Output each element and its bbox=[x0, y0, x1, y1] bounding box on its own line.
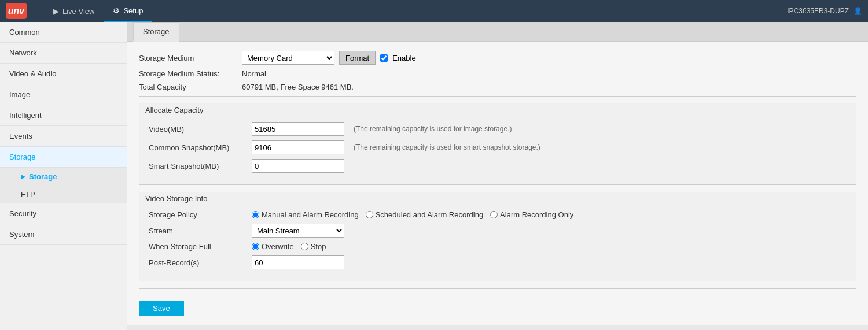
sidebar-item-image[interactable]: Image bbox=[0, 84, 127, 105]
sidebar-item-events[interactable]: Events bbox=[0, 126, 127, 147]
main-layout: Common Network Video & Audio Image Intel… bbox=[0, 22, 868, 330]
format-button[interactable]: Format bbox=[339, 51, 376, 65]
sidebar: Common Network Video & Audio Image Intel… bbox=[0, 22, 127, 330]
when-full-radio-group: Overwrite Stop bbox=[252, 242, 326, 251]
stream-select[interactable]: Main Stream Sub Stream bbox=[252, 224, 344, 238]
policy-manual-label: Manual and Alarm Recording bbox=[252, 210, 359, 219]
stream-row: Stream Main Stream Sub Stream bbox=[149, 224, 847, 238]
sidebar-sub-item-ftp[interactable]: FTP bbox=[0, 186, 127, 203]
video-mb-hint: (The remaining capacity is used for imag… bbox=[354, 125, 512, 133]
storage-policy-radio-group: Manual and Alarm Recording Scheduled and… bbox=[252, 210, 573, 219]
sidebar-sub-section: ▶ Storage FTP bbox=[0, 168, 127, 203]
header-right: IPC3635ER3-DUPZ 👤 bbox=[787, 7, 862, 15]
video-storage-section-title: Video Storage Info bbox=[139, 192, 856, 205]
gear-icon: ⚙ bbox=[113, 6, 120, 15]
status-row: Storage Medium Status: Normal bbox=[139, 69, 856, 78]
status-value: Normal bbox=[242, 69, 266, 78]
header: unv ▶ Live View ⚙ Setup IPC3635ER3-DUPZ … bbox=[0, 0, 868, 22]
stream-label: Stream bbox=[149, 227, 247, 235]
sidebar-item-system[interactable]: System bbox=[0, 224, 127, 245]
policy-alarm-label: Alarm Recording Only bbox=[490, 210, 573, 219]
logo: unv bbox=[6, 3, 27, 19]
common-snapshot-hint: (The remaining capacity is used for smar… bbox=[354, 143, 540, 151]
sidebar-item-security[interactable]: Security bbox=[0, 203, 127, 224]
enable-label: Enable bbox=[392, 54, 415, 62]
storage-medium-label: Storage Medium bbox=[139, 54, 237, 62]
device-name: IPC3635ER3-DUPZ bbox=[787, 7, 849, 15]
storage-medium-select[interactable]: Memory Card FTP NAS bbox=[242, 51, 334, 65]
full-stop-label: Stop bbox=[301, 242, 326, 251]
logo-icon: unv bbox=[6, 3, 27, 19]
policy-manual-radio[interactable] bbox=[252, 211, 259, 218]
enable-checkbox[interactable] bbox=[380, 54, 388, 62]
post-record-label: Post-Record(s) bbox=[149, 258, 247, 267]
sidebar-sub-item-storage[interactable]: ▶ Storage bbox=[0, 168, 127, 186]
capacity-label: Total Capacity bbox=[139, 83, 237, 91]
policy-scheduled-radio[interactable] bbox=[366, 211, 373, 218]
nav-live-view[interactable]: ▶ Live View bbox=[44, 0, 104, 22]
capacity-row: Total Capacity 60791 MB, Free Space 9461… bbox=[139, 83, 856, 91]
sidebar-item-network[interactable]: Network bbox=[0, 43, 127, 64]
when-full-label: When Storage Full bbox=[149, 242, 247, 251]
full-stop-radio[interactable] bbox=[301, 243, 308, 250]
sidebar-item-video-audio[interactable]: Video & Audio bbox=[0, 64, 127, 84]
tab-bar: Storage bbox=[127, 22, 868, 42]
allocate-section: Allocate Capacity Video(MB) (The remaini… bbox=[139, 103, 856, 185]
sidebar-item-intelligent[interactable]: Intelligent bbox=[0, 105, 127, 126]
when-full-row: When Storage Full Overwrite Stop bbox=[149, 242, 847, 251]
storage-medium-row: Storage Medium Memory Card FTP NAS Forma… bbox=[139, 51, 856, 65]
allocate-section-body: Video(MB) (The remaining capacity is use… bbox=[139, 117, 856, 184]
post-record-row: Post-Record(s) bbox=[149, 255, 847, 269]
monitor-icon: ▶ bbox=[53, 7, 59, 16]
content-area: Storage Storage Medium Memory Card FTP N… bbox=[127, 22, 868, 330]
tab-storage[interactable]: Storage bbox=[133, 22, 179, 42]
full-overwrite-radio[interactable] bbox=[252, 243, 259, 250]
sidebar-item-common[interactable]: Common bbox=[0, 22, 127, 43]
full-overwrite-label: Overwrite bbox=[252, 242, 294, 251]
nav-setup[interactable]: ⚙ Setup bbox=[104, 0, 152, 22]
divider-2 bbox=[139, 288, 856, 289]
post-record-input[interactable] bbox=[252, 255, 344, 269]
storage-policy-row: Storage Policy Manual and Alarm Recordin… bbox=[149, 210, 847, 219]
common-snapshot-input[interactable] bbox=[252, 140, 344, 154]
policy-scheduled-label: Scheduled and Alarm Recording bbox=[366, 210, 483, 219]
capacity-value: 60791 MB, Free Space 9461 MB. bbox=[242, 83, 354, 91]
sidebar-item-storage[interactable]: Storage bbox=[0, 147, 127, 168]
video-mb-label: Video(MB) bbox=[149, 125, 247, 134]
status-label: Storage Medium Status: bbox=[139, 69, 237, 78]
allocate-section-title: Allocate Capacity bbox=[139, 103, 856, 117]
divider-1 bbox=[139, 96, 856, 97]
common-snapshot-label: Common Snapshot(MB) bbox=[149, 143, 247, 152]
video-mb-row: Video(MB) (The remaining capacity is use… bbox=[149, 122, 847, 136]
smart-snapshot-row: Smart Snapshot(MB) bbox=[149, 159, 847, 173]
header-nav: ▶ Live View ⚙ Setup bbox=[44, 0, 152, 22]
arrow-icon: ▶ bbox=[21, 173, 25, 180]
video-storage-section: Video Storage Info Storage Policy Manual… bbox=[139, 192, 856, 281]
storage-policy-label: Storage Policy bbox=[149, 210, 247, 219]
video-storage-section-body: Storage Policy Manual and Alarm Recordin… bbox=[139, 206, 856, 281]
policy-alarm-radio[interactable] bbox=[490, 211, 498, 218]
user-icon: 👤 bbox=[854, 7, 862, 15]
video-mb-input[interactable] bbox=[252, 122, 344, 136]
smart-snapshot-input[interactable] bbox=[252, 159, 344, 173]
common-snapshot-row: Common Snapshot(MB) (The remaining capac… bbox=[149, 140, 847, 154]
save-button[interactable]: Save bbox=[139, 301, 184, 316]
form-area: Storage Medium Memory Card FTP NAS Forma… bbox=[127, 42, 868, 325]
smart-snapshot-label: Smart Snapshot(MB) bbox=[149, 162, 247, 170]
